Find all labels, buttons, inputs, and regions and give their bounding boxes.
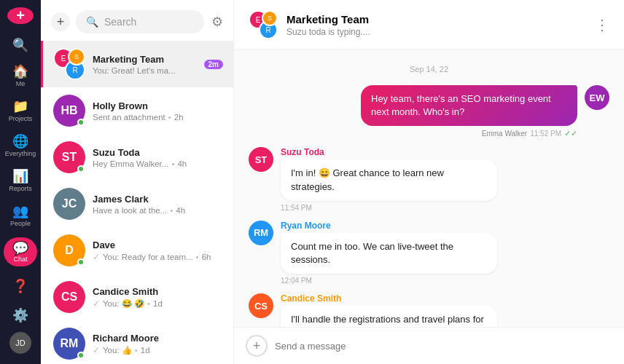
search-placeholder-text: Search	[104, 16, 136, 28]
nav-logo[interactable]: +	[7, 7, 34, 24]
chat-preview: ✓ You: 😂 🤣 • 1d	[93, 298, 223, 309]
avatar-wrap: E R S	[53, 48, 85, 80]
avatar-wrap: JC	[53, 188, 85, 220]
message-row: ST Suzu Toda I'm in! 😄 Great chance to l…	[249, 147, 609, 211]
more-options-button[interactable]: ⋮	[595, 16, 609, 33]
chat-name: Marketing Team	[93, 54, 197, 65]
message-avatar: ST	[249, 147, 273, 172]
list-item[interactable]: ST Suzu Toda Hey Emma Walker... • 4h	[41, 134, 233, 181]
chat-name: Dave	[93, 240, 223, 250]
home-icon: 🏠	[12, 63, 28, 79]
user-avatar[interactable]: JD	[9, 332, 31, 354]
help-icon: ❓	[12, 278, 28, 294]
message-row: CS Candice Smith I'll handle the registr…	[249, 293, 609, 327]
unread-badge: 2m	[204, 60, 223, 69]
chat-info: Marketing Team You: Great! Let's ma...	[93, 54, 197, 75]
chat-preview: You: Great! Let's ma...	[93, 66, 197, 75]
people-icon: 👥	[12, 203, 28, 219]
nav-rail: + 🔍 🏠 Me 📁 Projects 🌐 Everything 📊 Repor…	[0, 0, 41, 364]
chat-info: Candice Smith ✓ You: 😂 🤣 • 1d	[93, 286, 223, 309]
list-item[interactable]: RM Richard Moore ✓ You: 👍 • 1d	[41, 320, 233, 364]
message-sender: Candice Smith	[281, 293, 497, 304]
time-text: 11:52 PM	[530, 130, 561, 138]
avatar-wrap: D	[53, 234, 85, 266]
avatar-wrap: ST	[53, 141, 85, 173]
chat-preview: Have a look at the... • 4h	[93, 206, 223, 215]
search-bar[interactable]: 🔍 Search	[76, 10, 204, 33]
nav-everything[interactable]: 🌐 Everything	[2, 129, 39, 162]
message-avatar: CS	[249, 293, 273, 318]
nav-chat-label: Chat	[13, 256, 27, 264]
globe-icon: 🌐	[12, 133, 28, 149]
chat-info: Richard Moore ✓ You: 👍 • 1d	[93, 333, 223, 355]
nav-search[interactable]: 🔍	[2, 33, 39, 58]
folder-icon: 📁	[12, 98, 28, 114]
online-indicator	[77, 258, 85, 266]
chat-preview: Hey Emma Walker... • 4h	[93, 159, 223, 168]
settings-icon: ⚙️	[12, 307, 28, 323]
nav-chat[interactable]: 💬 Chat	[2, 233, 39, 271]
chat-header-avatar: E R S	[249, 10, 278, 39]
chat-header-status: Suzu toda is typing....	[286, 27, 370, 37]
chat-header-left: E R S Marketing Team Suzu toda is typing…	[249, 10, 370, 39]
message-bubble: I'm in! 😄 Great chance to learn new stra…	[281, 159, 497, 200]
chat-name: James Clark	[93, 194, 223, 205]
add-attachment-button[interactable]: +	[246, 335, 268, 357]
message-sender: Ryan Moore	[281, 221, 497, 231]
nav-people-label: People	[10, 221, 31, 228]
online-indicator	[77, 119, 85, 126]
main-chat: E R S Marketing Team Suzu toda is typing…	[234, 0, 624, 364]
chat-name: Suzu Toda	[93, 147, 223, 158]
read-receipt: ✓✓	[564, 129, 577, 138]
message-content: Hey team, there's an SEO marketing event…	[361, 85, 577, 138]
add-conversation-button[interactable]: +	[51, 12, 70, 31]
nav-me[interactable]: 🏠 Me	[2, 59, 39, 92]
chat-info: Holly Brown Sent an attachment • 2h	[93, 100, 223, 122]
message-time: 11:54 PM	[281, 204, 497, 212]
sidebar-settings-button[interactable]: ⚙	[211, 14, 223, 30]
sender-name: Emma Walker	[482, 130, 527, 138]
message-content: Candice Smith I'll handle the registrati…	[281, 293, 497, 327]
list-item[interactable]: HB Holly Brown Sent an attachment • 2h	[41, 87, 233, 134]
message-avatar: RM	[249, 221, 273, 245]
list-item[interactable]: E R S Marketing Team You: Great! Let's m…	[41, 41, 233, 87]
avatar-wrap: HB	[53, 95, 85, 127]
chat-name: Holly Brown	[93, 100, 223, 111]
nav-projects[interactable]: 📁 Projects	[2, 94, 39, 127]
search-icon: 🔍	[12, 37, 28, 53]
chat-header-name: Marketing Team	[286, 13, 370, 25]
message-input[interactable]	[275, 341, 612, 352]
chat-header-info: Marketing Team Suzu toda is typing....	[286, 13, 370, 37]
online-indicator	[77, 165, 85, 173]
chart-icon: 📊	[12, 168, 28, 184]
nav-people[interactable]: 👥 People	[2, 199, 39, 232]
list-item[interactable]: CS Candice Smith ✓ You: 😂 🤣 • 1d	[41, 274, 233, 320]
nav-reports[interactable]: 📊 Reports	[2, 164, 39, 197]
message-time: Emma Walker 11:52 PM ✓✓	[361, 129, 577, 138]
message-bubble: I'll handle the registrations and travel…	[281, 306, 497, 327]
message-content: Suzu Toda I'm in! 😄 Great chance to lear…	[281, 147, 497, 211]
avatar: JC	[53, 188, 85, 220]
date-divider: Sep 14, 22	[249, 65, 609, 74]
chat-meta: 2m	[204, 60, 223, 69]
chat-preview: ✓ You: Ready for a team... • 6h	[93, 252, 223, 262]
sidebar-header: + 🔍 Search ⚙	[41, 0, 233, 41]
avatar: CS	[53, 281, 85, 313]
messages-area: Sep 14, 22 EW Hey team, there's an SEO m…	[234, 50, 624, 327]
conversation-list: E R S Marketing Team You: Great! Let's m…	[41, 41, 233, 364]
avatar-initials: JD	[15, 339, 25, 347]
chat-input-area: +	[234, 327, 624, 364]
list-item[interactable]: D Dave ✓ You: Ready for a team... • 6h	[41, 227, 233, 274]
nav-projects-label: Projects	[9, 116, 33, 123]
list-item[interactable]: JC James Clark Have a look at the... • 4…	[41, 181, 233, 227]
group-avatar: E R S	[53, 48, 85, 80]
nav-me-label: Me	[16, 81, 26, 88]
nav-settings[interactable]: ⚙️	[2, 303, 39, 328]
message-row: EW Hey team, there's an SEO marketing ev…	[249, 85, 609, 138]
sidebar: + 🔍 Search ⚙ E R S Marketing Team You: G…	[41, 0, 234, 364]
avatar-wrap: RM	[53, 328, 85, 360]
nav-help[interactable]: ❓	[2, 274, 39, 298]
chat-info: Suzu Toda Hey Emma Walker... • 4h	[93, 147, 223, 168]
chat-preview: ✓ You: 👍 • 1d	[93, 345, 223, 355]
search-icon: 🔍	[86, 16, 98, 28]
